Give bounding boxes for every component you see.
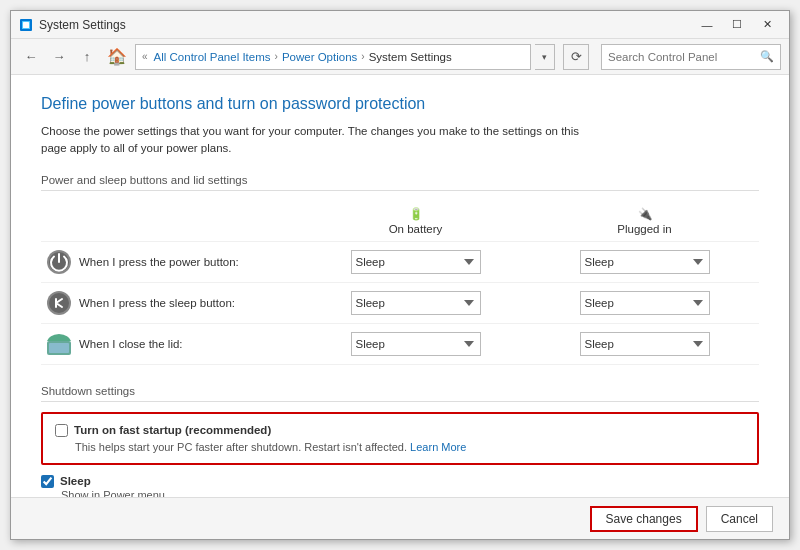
sleep-row: Sleep: [41, 475, 759, 488]
refresh-button[interactable]: ⟳: [563, 44, 589, 70]
search-icon: 🔍: [760, 50, 774, 63]
breadcrumb-sep-2: ›: [361, 51, 364, 62]
col-header-plugged-in: 🔌 Plugged in: [530, 201, 759, 242]
breadcrumb-dropdown[interactable]: ▾: [535, 44, 555, 70]
shutdown-section-label: Shutdown settings: [41, 385, 759, 402]
lid-icon: [45, 330, 73, 358]
page-desc-line1: Choose the power settings that you want …: [41, 125, 579, 137]
table-row: When I close the lid: Sleep Do nothing H…: [41, 323, 759, 364]
shutdown-section: Shutdown settings Turn on fast startup (…: [41, 385, 759, 498]
plug-column-icon: 🔌: [540, 207, 749, 221]
power-settings-table: 🔋 On battery 🔌 Plugged in: [41, 201, 759, 365]
row-label-cell: When I press the power button:: [41, 241, 301, 282]
content-area: Define power buttons and turn on passwor…: [11, 75, 789, 497]
col-header-empty: [41, 201, 301, 242]
forward-button[interactable]: →: [47, 45, 71, 69]
sleep-plugged-in-select[interactable]: Sleep Do nothing Hibernate Shut down: [580, 291, 710, 315]
sleep-label: Sleep: [60, 475, 91, 487]
sleep-on-battery-cell: Sleep Do nothing Hibernate Shut down: [301, 282, 530, 323]
nav-bar: ← → ↑ 🏠 « All Control Panel Items › Powe…: [11, 39, 789, 75]
page-title: Define power buttons and turn on passwor…: [41, 95, 759, 113]
up-button[interactable]: ↑: [75, 45, 99, 69]
title-bar-controls: — ☐ ✕: [693, 11, 781, 39]
lid-plugged-in-cell: Sleep Do nothing Hibernate Shut down: [530, 323, 759, 364]
window-title: System Settings: [39, 18, 693, 32]
lid-on-battery-select[interactable]: Sleep Do nothing Hibernate Shut down: [351, 332, 481, 356]
breadcrumb-sep-1: ›: [275, 51, 278, 62]
breadcrumb-power-options[interactable]: Power Options: [282, 51, 357, 63]
breadcrumb-sep-start: «: [142, 51, 148, 62]
nav-folder-icon: 🏠: [107, 47, 127, 66]
breadcrumb-all-control-panel[interactable]: All Control Panel Items: [154, 51, 271, 63]
back-button[interactable]: ←: [19, 45, 43, 69]
table-row: When I press the sleep button: Sleep Do …: [41, 282, 759, 323]
battery-column-icon: 🔋: [311, 207, 520, 221]
svg-point-6: [49, 293, 69, 313]
sleep-plugged-in-cell: Sleep Do nothing Hibernate Shut down: [530, 282, 759, 323]
fast-startup-label: Turn on fast startup (recommended): [74, 424, 271, 436]
lid-plugged-in-select[interactable]: Sleep Do nothing Hibernate Shut down: [580, 332, 710, 356]
fast-startup-box: Turn on fast startup (recommended) This …: [41, 412, 759, 465]
close-button[interactable]: ✕: [753, 11, 781, 39]
lid-label: When I close the lid:: [79, 338, 183, 350]
table-row: When I press the power button: Sleep Do …: [41, 241, 759, 282]
breadcrumb-system-settings: System Settings: [369, 51, 452, 63]
title-bar: System Settings — ☐ ✕: [11, 11, 789, 39]
fast-startup-row: Turn on fast startup (recommended): [55, 424, 745, 437]
breadcrumb: « All Control Panel Items › Power Option…: [135, 44, 531, 70]
save-changes-button[interactable]: Save changes: [590, 506, 698, 532]
power-plugged-in-cell: Sleep Do nothing Hibernate Shut down Tur…: [530, 241, 759, 282]
learn-more-link[interactable]: Learn More: [410, 441, 466, 453]
fast-startup-checkbox[interactable]: [55, 424, 68, 437]
search-box: 🔍: [601, 44, 781, 70]
minimize-button[interactable]: —: [693, 11, 721, 39]
power-on-battery-select[interactable]: Sleep Do nothing Hibernate Shut down Tur…: [351, 250, 481, 274]
col-header-on-battery: 🔋 On battery: [301, 201, 530, 242]
maximize-button[interactable]: ☐: [723, 11, 751, 39]
fast-startup-desc: This helps start your PC faster after sh…: [75, 441, 745, 453]
power-section-label: Power and sleep buttons and lid settings: [41, 174, 759, 191]
power-button-label: When I press the power button:: [79, 256, 239, 268]
row-label-cell: When I press the sleep button:: [41, 282, 301, 323]
main-window: System Settings — ☐ ✕ ← → ↑ 🏠 « All Cont…: [10, 10, 790, 540]
sleep-group: Sleep Show in Power menu.: [41, 475, 759, 498]
window-icon: [19, 18, 33, 32]
sleep-button-icon: [45, 289, 73, 317]
page-desc: Choose the power settings that you want …: [41, 123, 759, 158]
power-plugged-in-select[interactable]: Sleep Do nothing Hibernate Shut down Tur…: [580, 250, 710, 274]
sleep-button-label: When I press the sleep button:: [79, 297, 235, 309]
sleep-on-battery-select[interactable]: Sleep Do nothing Hibernate Shut down: [351, 291, 481, 315]
lid-on-battery-cell: Sleep Do nothing Hibernate Shut down: [301, 323, 530, 364]
power-button-icon: [45, 248, 73, 276]
search-input[interactable]: [608, 51, 760, 63]
page-desc-line2: page apply to all of your power plans.: [41, 142, 232, 154]
row-label-cell: When I close the lid:: [41, 323, 301, 364]
sleep-desc: Show in Power menu.: [61, 489, 759, 498]
sleep-checkbox[interactable]: [41, 475, 54, 488]
power-on-battery-cell: Sleep Do nothing Hibernate Shut down Tur…: [301, 241, 530, 282]
svg-rect-8: [49, 343, 69, 353]
svg-rect-2: [23, 22, 29, 28]
footer-bar: Save changes Cancel: [11, 497, 789, 539]
cancel-button[interactable]: Cancel: [706, 506, 773, 532]
